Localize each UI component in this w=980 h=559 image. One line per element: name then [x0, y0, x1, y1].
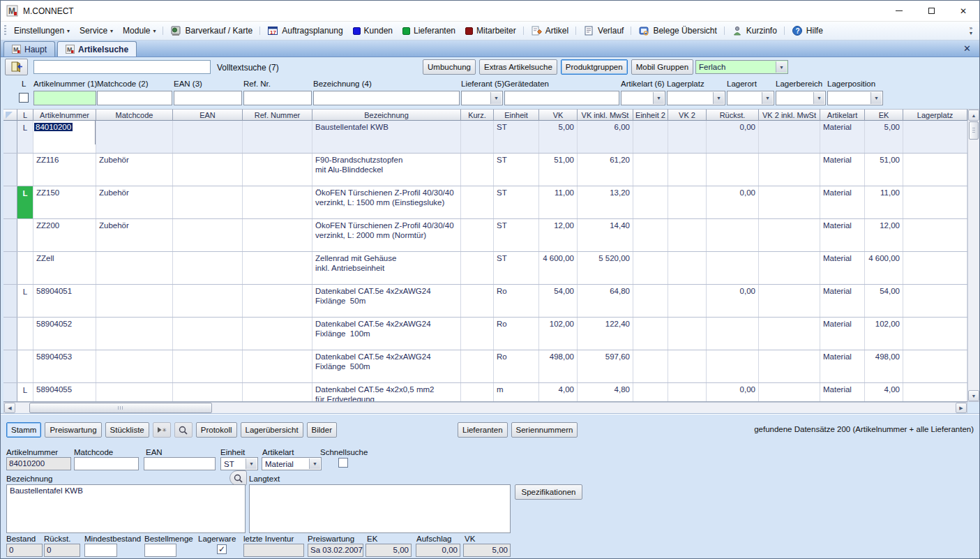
cell-vk[interactable]: 4,00 [539, 383, 578, 402]
cell-ek[interactable]: 498,00 [865, 350, 903, 382]
bestand-field[interactable]: 0 [6, 544, 43, 557]
cell-artikelnummer[interactable]: ZZell [33, 252, 96, 284]
row-header[interactable] [3, 252, 17, 284]
cell-artikelnummer[interactable]: ZZ150 [33, 186, 96, 218]
cell-rueckst[interactable]: 0,00 [707, 383, 759, 402]
cell-kurz[interactable] [461, 154, 494, 186]
filter-lagerplatz[interactable]: ▼ [667, 91, 725, 105]
cell-rueckst[interactable] [707, 219, 759, 251]
vertical-scroll-thumb[interactable] [969, 121, 979, 140]
produktgruppen-button[interactable]: Produktgruppen [561, 59, 628, 75]
cell-ek[interactable]: 4,00 [865, 383, 903, 402]
cell-artikelart[interactable]: Material [820, 186, 865, 218]
table-row[interactable]: L58904055Datenkabel CAT.5e 4x2x0,5 mm2 f… [3, 383, 967, 402]
cell-vk[interactable]: 51,00 [539, 154, 578, 186]
minimize-button[interactable] [883, 1, 915, 21]
fulltext-search-input[interactable] [33, 60, 211, 74]
filter-artikelnummer-1[interactable] [33, 91, 96, 105]
filter-artikelart-6[interactable]: ▼ [621, 91, 665, 105]
cell-artikelart[interactable]: Material [820, 121, 865, 153]
dropdown-arrow-icon[interactable]: ▼ [490, 92, 502, 104]
cell-kurz[interactable] [461, 121, 494, 153]
bezeichnung-textarea[interactable]: Baustellentafel KWB [6, 484, 246, 533]
row-header[interactable] [3, 383, 17, 402]
cell-vk2[interactable] [668, 186, 707, 218]
cell-artikelnummer[interactable]: 58904053 [33, 350, 96, 382]
umbuchung-button[interactable]: Umbuchung [423, 59, 476, 75]
cell-ref[interactable] [243, 121, 312, 153]
cell-matchcode[interactable] [96, 318, 173, 350]
filter-lagerposition[interactable]: ▼ [827, 91, 883, 105]
cell-vk[interactable]: 4 600,00 [539, 252, 578, 284]
cell-einheit2[interactable] [633, 219, 668, 251]
langtext-textarea[interactable] [249, 484, 511, 533]
cell-lagerplatz[interactable] [903, 318, 967, 350]
cell-matchcode[interactable] [96, 383, 173, 402]
cell-matchcode[interactable] [96, 252, 173, 284]
cell-artikelnummer[interactable]: 58904052 [33, 318, 96, 350]
cell-vk[interactable]: 498,00 [539, 350, 578, 382]
cell-l[interactable]: L [17, 121, 33, 153]
cell-artikelart[interactable]: Material [820, 285, 865, 317]
toolbar-button-hilfe[interactable]: ?Hilfe [787, 24, 828, 38]
cell-ek[interactable]: 54,00 [865, 285, 903, 317]
cell-bezeichnung[interactable]: Datenkabel CAT.5e 4x2xAWG24 Fixlänge 100… [312, 318, 461, 350]
cell-bezeichnung[interactable]: Zellenrad mit Gehäuse inkl. Antriebseinh… [312, 252, 461, 284]
cell-ek[interactable]: 102,00 [865, 318, 903, 350]
cell-matchcode[interactable]: Zubehör [96, 186, 173, 218]
cell-ek[interactable]: 5,00 [865, 121, 903, 153]
dropdown-arrow-icon[interactable]: ▼ [309, 459, 320, 469]
cell-ek[interactable]: 51,00 [865, 154, 903, 186]
cell-einheit2[interactable] [633, 154, 668, 186]
cell-einheit[interactable]: ST [494, 219, 539, 251]
toolbar-button-verlauf[interactable]: Verlauf [578, 24, 628, 38]
cell-lagerplatz[interactable] [903, 186, 967, 218]
preiswartung-field[interactable]: Sa 03.02.2007 [308, 544, 363, 557]
cell-artikelnummer[interactable]: ZZ200 [33, 219, 96, 251]
toolbar-button-artikel[interactable]: Artikel [526, 24, 573, 38]
cell-kurz[interactable] [461, 186, 494, 218]
cell-vk2[interactable] [668, 219, 707, 251]
scroll-left-button[interactable]: ◀ [4, 403, 15, 413]
column-header-matchcode[interactable]: Matchcode [96, 109, 173, 121]
cell-vk2[interactable] [668, 252, 707, 284]
cell-einheit2[interactable] [633, 252, 668, 284]
column-header-l[interactable]: L [17, 109, 33, 121]
dropdown-arrow-icon[interactable]: ▼ [776, 61, 787, 73]
cell-ref[interactable] [243, 318, 312, 350]
dropdown-arrow-icon[interactable]: ▼ [813, 92, 824, 104]
dropdown-arrow-icon[interactable]: ▼ [653, 92, 664, 104]
lagerware-checkbox[interactable] [217, 544, 227, 554]
cell-einheit[interactable]: ST [494, 121, 539, 153]
column-header-artikelart[interactable]: Artikelart [820, 109, 865, 121]
search-button[interactable] [174, 422, 193, 438]
cell-vk2[interactable] [668, 318, 707, 350]
bezeichnung-search-button[interactable] [229, 470, 247, 486]
cell-vk[interactable]: 11,00 [539, 186, 578, 218]
scroll-down-button[interactable]: ▼ [968, 390, 979, 401]
table-row[interactable]: ZZ200ZubehörÖkoFEN Türschienen Z-Profil … [3, 219, 967, 252]
column-header-ref-nummer[interactable]: Ref. Nummer [243, 109, 312, 121]
cell-vk_mwst[interactable]: 5 520,00 [578, 252, 633, 284]
dropdown-arrow-icon[interactable]: ▼ [762, 92, 773, 104]
cell-einheit2[interactable] [633, 186, 668, 218]
cell-artikelart[interactable]: Material [820, 318, 865, 350]
cell-artikelnummer[interactable]: 58904055 [33, 383, 96, 402]
dropdown-arrow-icon[interactable]: ▼ [870, 92, 882, 104]
column-header-lagerplatz[interactable]: Lagerplatz [903, 109, 967, 121]
cell-ean[interactable] [173, 383, 243, 402]
cell-vk2[interactable] [668, 350, 707, 382]
table-row[interactable]: L58904051Datenkabel CAT.5e 4x2xAWG24 Fix… [3, 285, 967, 318]
column-header-kurz[interactable]: Kurz. [461, 109, 494, 121]
artikelart-select[interactable]: Material ▼ [262, 457, 322, 470]
row-header[interactable] [3, 285, 17, 317]
spezifikationen-button[interactable]: Spezifikationen [515, 484, 582, 500]
cell-einheit[interactable]: ST [494, 186, 539, 218]
column-header-vk-2-inkl-mwst[interactable]: VK 2 inkl. MwSt [759, 109, 820, 121]
artikelnummer-field[interactable]: 84010200 [6, 457, 71, 470]
tab-close-icon[interactable]: ✕ [963, 43, 971, 54]
detail-tab-lageruebersicht[interactable]: Lagerübersicht [241, 422, 303, 438]
cell-rueckst[interactable] [707, 350, 759, 382]
column-header-vk-inkl-mwst[interactable]: VK inkl. MwSt [578, 109, 633, 121]
detail-tab-protokoll[interactable]: Protokoll [196, 422, 237, 438]
